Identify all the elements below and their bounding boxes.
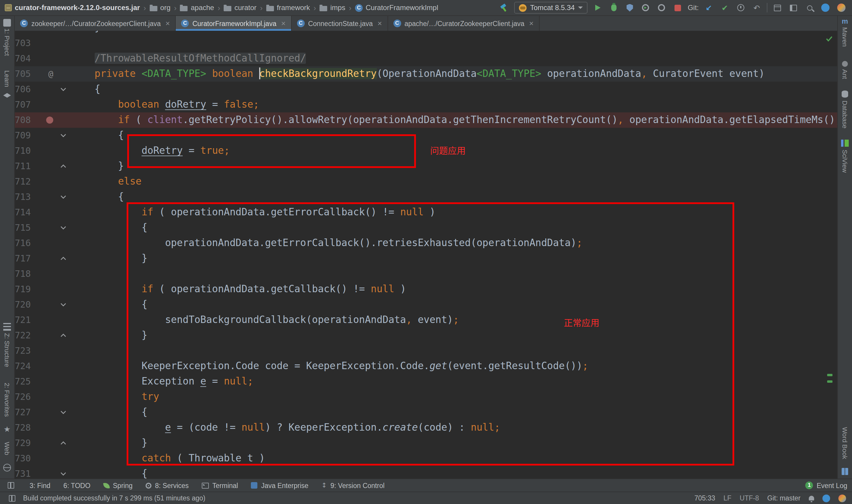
status-message[interactable]: Build completed successfully in 7 s 299 … — [23, 494, 205, 502]
stop-button[interactable] — [672, 2, 684, 14]
code-line[interactable]: 705@ private <DATA_TYPE> boolean checkBa… — [15, 66, 837, 82]
line-number[interactable]: 723 — [15, 343, 31, 359]
tool-button-terminal[interactable]: Terminal — [202, 482, 238, 489]
line-number[interactable]: 709 — [15, 128, 31, 143]
editor-tab[interactable]: ConnectionState.java× — [291, 16, 388, 31]
editor[interactable]: 702 }703704 /ThrowableResultOfMethodCall… — [15, 31, 837, 479]
git-history-button[interactable] — [735, 2, 747, 14]
fold-expand-icon[interactable] — [57, 159, 70, 174]
close-icon[interactable]: × — [378, 19, 382, 27]
fold-collapse-icon[interactable] — [57, 466, 70, 479]
line-number[interactable]: 705 — [15, 66, 31, 82]
line-number[interactable]: 726 — [15, 389, 31, 404]
fold-collapse-icon[interactable] — [57, 404, 70, 420]
debug-button[interactable] — [608, 2, 620, 14]
line-number[interactable]: 712 — [15, 174, 31, 189]
tool-button-ant[interactable]: Ant — [841, 69, 849, 79]
encoding-indicator[interactable]: UTF-8 — [740, 494, 759, 502]
tool-button-maven[interactable]: Maven — [841, 27, 849, 47]
tool-button-services[interactable]: 8: Services — [146, 482, 189, 489]
tool-button-wordbook[interactable]: Word Book — [841, 427, 849, 459]
close-icon[interactable]: × — [281, 19, 286, 27]
build-button[interactable] — [498, 2, 510, 14]
code-line[interactable]: 708 if ( client.getRetryPolicy().allowRe… — [15, 112, 837, 128]
line-number[interactable]: 711 — [15, 159, 31, 174]
line-separator-indicator[interactable]: LF — [724, 494, 731, 502]
line-number[interactable]: 725 — [15, 374, 31, 389]
line-number[interactable]: 720 — [15, 297, 31, 312]
tool-button-structure[interactable]: Z: Structure — [3, 333, 11, 367]
code-line[interactable]: 703 — [15, 36, 837, 51]
line-number[interactable]: 703 — [15, 36, 31, 51]
plugin-button-1[interactable] — [819, 2, 831, 14]
fold-expand-icon[interactable] — [57, 435, 70, 451]
error-stripe-mark[interactable] — [827, 380, 833, 383]
code-line[interactable]: 707 boolean doRetry = false; — [15, 97, 837, 112]
line-number[interactable]: 708 — [15, 112, 31, 128]
error-stripe-mark[interactable] — [827, 374, 833, 376]
fold-collapse-icon[interactable] — [57, 82, 70, 97]
git-update-button[interactable]: ↙ — [703, 2, 715, 14]
tool-button-java-enterprise[interactable]: Java Enterprise — [251, 482, 309, 489]
breadcrumb-item[interactable]: imps — [320, 3, 346, 12]
tool-button-web[interactable]: Web — [3, 442, 11, 455]
fold-collapse-icon[interactable] — [57, 220, 70, 235]
line-number[interactable]: 729 — [15, 435, 31, 451]
toolwindow-switcher-button[interactable] — [5, 480, 17, 491]
tool-button-version-control[interactable]: ↕9: Version Control — [322, 482, 385, 489]
restore-layout-button[interactable] — [787, 2, 799, 14]
git-rollback-button[interactable]: ↶ — [751, 2, 763, 14]
line-number[interactable]: 702 — [15, 31, 31, 36]
status-plugin-icon-2[interactable] — [838, 494, 846, 502]
line-number[interactable]: 704 — [15, 51, 31, 66]
line-number[interactable]: 722 — [15, 328, 31, 343]
tool-button-find[interactable]: 3: Find — [30, 482, 50, 489]
breadcrumb-item[interactable]: curator-framework-2.12.0-sources.jar — [5, 3, 140, 12]
fold-collapse-icon[interactable] — [57, 297, 70, 312]
fold-collapse-icon[interactable] — [57, 189, 70, 205]
fold-expand-icon[interactable] — [57, 251, 70, 266]
notifications-bell-icon[interactable] — [809, 496, 814, 501]
git-branch-indicator[interactable]: Git: master — [767, 494, 800, 502]
run-button[interactable] — [592, 2, 604, 14]
caret-position[interactable]: 705:33 — [694, 494, 715, 502]
line-number[interactable]: 717 — [15, 251, 31, 266]
line-number[interactable]: 713 — [15, 189, 31, 205]
tool-button-learn[interactable]: Learn — [3, 70, 11, 87]
line-number[interactable]: 731 — [15, 466, 31, 479]
fold-expand-icon[interactable] — [57, 328, 70, 343]
tool-button-project[interactable]: 1: Project — [3, 29, 11, 56]
quick-access-button[interactable] — [6, 492, 18, 504]
event-log-button[interactable]: 1 Event Log — [805, 482, 847, 489]
line-number[interactable]: 718 — [15, 266, 31, 282]
tool-button-database[interactable]: Database — [841, 101, 849, 128]
line-number[interactable]: 715 — [15, 220, 31, 235]
layout-button[interactable] — [772, 2, 783, 14]
editor-tab[interactable]: zookeeper/…/CuratorZookeeperClient.java× — [15, 16, 176, 31]
fold-collapse-icon[interactable] — [57, 128, 70, 143]
status-plugin-icon-1[interactable] — [822, 494, 830, 502]
code-line[interactable]: 731 { — [15, 466, 837, 479]
line-number[interactable]: 724 — [15, 359, 31, 374]
tool-button-spring[interactable]: Spring — [104, 482, 133, 489]
code-line[interactable]: 706 { — [15, 82, 837, 97]
line-number[interactable]: 714 — [15, 205, 31, 220]
breadcrumb-item[interactable]: apache — [180, 3, 214, 12]
search-everywhere-button[interactable] — [803, 2, 815, 14]
breadcrumb-item[interactable]: org — [150, 3, 171, 12]
tool-button-favorites[interactable]: 2: Favorites — [3, 383, 11, 417]
run-config-selector[interactable]: Tomcat 8.5.34 — [514, 2, 588, 14]
breakpoint-icon[interactable] — [46, 116, 53, 124]
line-number[interactable]: 706 — [15, 82, 31, 97]
git-commit-button[interactable]: ✔ — [719, 2, 731, 14]
attach-profiler-button[interactable] — [656, 2, 668, 14]
editor-tab[interactable]: apache/…/CuratorZookeeperClient.java× — [388, 16, 539, 31]
breadcrumb-item[interactable]: CuratorFrameworkImpl — [355, 3, 438, 12]
line-number[interactable]: 707 — [15, 97, 31, 112]
breadcrumb-item[interactable]: curator — [224, 3, 256, 12]
breadcrumb-item[interactable]: framework — [266, 3, 310, 12]
inspections-ok-icon[interactable] — [826, 33, 833, 38]
close-icon[interactable]: × — [165, 19, 170, 27]
line-number[interactable]: 721 — [15, 312, 31, 328]
tool-button-todo[interactable]: 6: TODO — [63, 482, 90, 489]
